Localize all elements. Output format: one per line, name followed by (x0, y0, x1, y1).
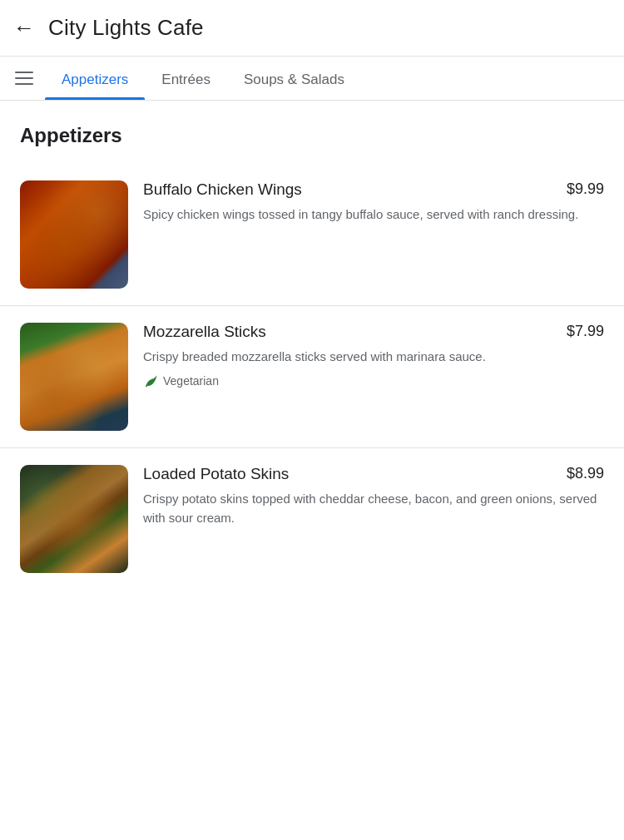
item-header: Mozzarella Sticks $7.99 (143, 323, 604, 341)
vegetarian-badge: Vegetarian (143, 373, 604, 388)
menu-list: Buffalo Chicken Wings $9.99 Spicy chicke… (0, 164, 624, 606)
vegetarian-label: Vegetarian (163, 374, 219, 388)
item-price: $8.99 (567, 465, 604, 482)
item-price: $7.99 (567, 323, 604, 340)
section-title: Appetizers (0, 101, 624, 164)
item-name: Loaded Potato Skins (143, 465, 560, 483)
tab-appetizers[interactable]: Appetizers (45, 57, 145, 100)
item-price: $9.99 (567, 180, 604, 198)
restaurant-title: City Lights Cafe (48, 15, 204, 41)
menu-line-1 (15, 72, 33, 73)
tab-soups-salads[interactable]: Soups & Salads (227, 57, 361, 100)
tab-entrees[interactable]: Entrées (145, 57, 227, 100)
item-header: Loaded Potato Skins $8.99 (143, 465, 604, 483)
header: ← City Lights Cafe (0, 0, 624, 57)
list-item[interactable]: Loaded Potato Skins $8.99 Crispy potato … (0, 448, 624, 590)
menu-line-3 (15, 83, 33, 85)
item-image-mozzarella-sticks (20, 323, 128, 431)
item-description: Spicy chicken wings tossed in tangy buff… (143, 205, 604, 225)
item-header: Buffalo Chicken Wings $9.99 (143, 180, 604, 199)
item-description: Crispy potato skins topped with cheddar … (143, 490, 604, 527)
item-image-buffalo-wings (20, 180, 128, 289)
item-content-potato-skins: Loaded Potato Skins $8.99 Crispy potato … (143, 465, 604, 534)
back-button[interactable]: ← (13, 15, 35, 41)
tab-bar: Appetizers Entrées Soups & Salads (0, 57, 624, 101)
list-item[interactable]: Mozzarella Sticks $7.99 Crispy breaded m… (0, 306, 624, 448)
item-description: Crispy breaded mozzarella sticks served … (143, 348, 604, 367)
item-name: Mozzarella Sticks (143, 323, 560, 341)
vegetarian-leaf-icon (143, 373, 158, 388)
item-content-mozzarella-sticks: Mozzarella Sticks $7.99 Crispy breaded m… (143, 323, 604, 388)
menu-line-2 (15, 77, 33, 79)
menu-list-icon-button[interactable] (12, 57, 45, 100)
item-image-potato-skins (20, 465, 128, 573)
item-content-buffalo-wings: Buffalo Chicken Wings $9.99 Spicy chicke… (143, 180, 604, 231)
list-item[interactable]: Buffalo Chicken Wings $9.99 Spicy chicke… (0, 164, 624, 306)
item-name: Buffalo Chicken Wings (143, 180, 560, 199)
back-arrow-icon: ← (13, 15, 35, 41)
